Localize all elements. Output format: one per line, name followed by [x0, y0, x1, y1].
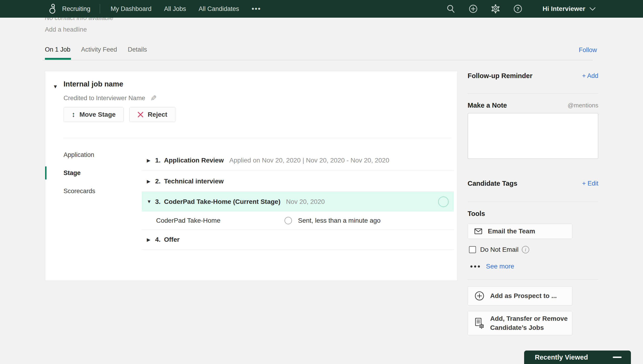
move-stage-icon: ↕	[72, 110, 75, 119]
tabs-divider	[42, 60, 593, 60]
add-transfer-remove-label: Add, Transfer or Remove Candidate’s Jobs	[490, 314, 569, 332]
sidenav-scorecards[interactable]: Scorecards	[64, 188, 95, 195]
envelope-icon	[474, 228, 482, 234]
help-icon[interactable]: ?	[513, 4, 522, 14]
tab-activity-feed[interactable]: Activity Feed	[81, 46, 117, 53]
note-input[interactable]	[468, 113, 598, 159]
greenhouse-logo-icon[interactable]	[48, 3, 58, 15]
add-as-prospect-button[interactable]: Add as Prospect to ...	[468, 286, 572, 306]
stage-row-application-review[interactable]: ▶ 1. Application Review Applied on Nov 2…	[142, 150, 454, 170]
sidenav-stage[interactable]: Stage	[64, 170, 81, 177]
email-the-team-label: Email the Team	[488, 228, 535, 235]
nav-item-my-dashboard[interactable]: My Dashboard	[111, 5, 152, 12]
tab-details[interactable]: Details	[128, 46, 147, 53]
substep-status-circle[interactable]	[284, 217, 292, 224]
credited-row: Credited to Interviewer Name ✎	[64, 94, 157, 103]
collapse-icon[interactable]: ▼	[147, 199, 155, 204]
stage-number: 3.	[155, 198, 164, 206]
nav-right: ? Hi Interviewer	[446, 4, 596, 14]
stage-date: Nov 20, 2020	[286, 198, 325, 206]
stage-name: Technical interview	[164, 178, 224, 185]
tools-title: Tools	[468, 210, 485, 218]
job-collapse-icon[interactable]: ▼	[53, 84, 58, 90]
follow-up-reminder-row: Follow-up Reminder + Add	[468, 71, 598, 81]
top-nav: Recruiting My Dashboard All Jobs All Can…	[0, 0, 643, 18]
edit-pencil-icon[interactable]: ✎	[150, 94, 157, 103]
stage-row-technical-interview[interactable]: ▶ 2. Technical interview	[142, 171, 454, 192]
reject-button[interactable]: Reject	[129, 107, 175, 122]
job-card: ▼ Internal job name Credited to Intervie…	[45, 71, 458, 281]
see-more-link[interactable]: See more	[486, 263, 514, 270]
job-title: Internal job name	[64, 80, 123, 88]
see-more-row: See more	[468, 263, 514, 270]
stage-name: CoderPad Take-Home (Current Stage)	[164, 198, 280, 206]
stage-name: Offer	[164, 236, 180, 243]
profile-tabs: On 1 Job Activity Feed Details	[45, 46, 147, 53]
edit-tags-link[interactable]: + Edit	[582, 180, 598, 187]
nav-item-all-jobs[interactable]: All Jobs	[164, 5, 186, 12]
tools-header-row: Tools	[468, 209, 598, 218]
gear-icon[interactable]	[491, 4, 500, 14]
candidate-tags-title: Candidate Tags	[468, 180, 517, 187]
follow-link[interactable]: Follow	[579, 46, 597, 54]
row-divider	[142, 250, 454, 250]
expand-icon[interactable]: ▶	[147, 178, 155, 184]
ellipsis-icon	[470, 266, 480, 268]
follow-up-reminder-title: Follow-up Reminder	[468, 72, 532, 80]
stage-name: Application Review	[164, 157, 224, 164]
more-menu-icon[interactable]: •••	[252, 5, 261, 13]
do-not-email-checkbox[interactable]	[469, 246, 476, 253]
credited-to-text: Credited to Interviewer Name	[64, 94, 145, 102]
stage-actions: ↕ Move Stage Reject	[64, 107, 175, 122]
tab-on-1-job[interactable]: On 1 Job	[45, 46, 71, 53]
user-menu[interactable]: Hi Interviewer	[542, 5, 585, 12]
stage-row-offer[interactable]: ▶ 4. Offer	[142, 230, 454, 250]
do-not-email-label: Do Not Email	[480, 246, 519, 253]
reject-label: Reject	[148, 111, 167, 118]
nav-left: Recruiting My Dashboard All Jobs All Can…	[48, 3, 273, 15]
make-a-note-title: Make a Note	[468, 102, 507, 109]
reject-x-icon	[138, 112, 144, 118]
sidenav-application[interactable]: Application	[64, 151, 94, 158]
expand-icon[interactable]: ▶	[147, 237, 155, 242]
substep-row-coderpad: CoderPad Take-Home Sent, less than a min…	[142, 212, 454, 230]
substep-status-text: Sent, less than a minute ago	[298, 217, 381, 224]
sidebar-divider	[468, 94, 598, 94]
recently-viewed-title: Recently Viewed	[535, 354, 588, 361]
recently-viewed-bar[interactable]: Recently Viewed	[524, 350, 631, 364]
add-reminder-link[interactable]: + Add	[582, 72, 598, 80]
nav-product-label[interactable]: Recruiting	[62, 5, 91, 12]
candidate-tags-row: Candidate Tags + Edit	[468, 178, 598, 188]
stage-meta: Applied on Nov 20, 2020 | Nov 20, 2020 -…	[229, 157, 390, 164]
stage-number: 4.	[155, 236, 164, 243]
do-not-email-row: Do Not Email i	[468, 246, 529, 253]
document-gear-icon	[474, 318, 485, 329]
search-icon[interactable]	[446, 4, 456, 14]
info-icon[interactable]: i	[522, 246, 529, 253]
svg-text:?: ?	[516, 6, 519, 12]
chevron-down-icon[interactable]	[589, 6, 596, 11]
sidebar-divider	[468, 202, 598, 202]
active-tab-underline	[45, 58, 71, 60]
nav-item-all-candidates[interactable]: All Candidates	[199, 5, 239, 12]
move-stage-label: Move Stage	[80, 111, 116, 118]
stage-row-coderpad-current[interactable]: ▼ 3. CoderPad Take-Home (Current Stage) …	[142, 192, 454, 212]
card-divider	[64, 138, 452, 138]
substep-name: CoderPad Take-Home	[156, 217, 220, 224]
add-transfer-remove-button[interactable]: Add, Transfer or Remove Candidate’s Jobs	[468, 311, 572, 335]
add-icon[interactable]	[469, 4, 478, 14]
expand-icon[interactable]: ▶	[147, 158, 155, 163]
move-stage-button[interactable]: ↕ Move Stage	[64, 107, 124, 122]
mentions-hint: @mentions	[568, 102, 598, 109]
plus-circle-icon	[474, 291, 485, 301]
add-headline-link[interactable]: Add a headline	[45, 26, 87, 33]
add-as-prospect-label: Add as Prospect to ...	[490, 292, 557, 300]
make-a-note-row: Make a Note @mentions	[468, 100, 598, 110]
email-the-team-button[interactable]: Email the Team	[468, 224, 572, 239]
stage-number: 2.	[155, 178, 164, 185]
minimize-icon[interactable]	[613, 356, 621, 358]
stage-status-circle[interactable]	[438, 196, 449, 207]
stage-number: 1.	[155, 157, 164, 164]
active-sidenav-indicator	[45, 166, 47, 180]
nav-divider	[100, 4, 100, 14]
